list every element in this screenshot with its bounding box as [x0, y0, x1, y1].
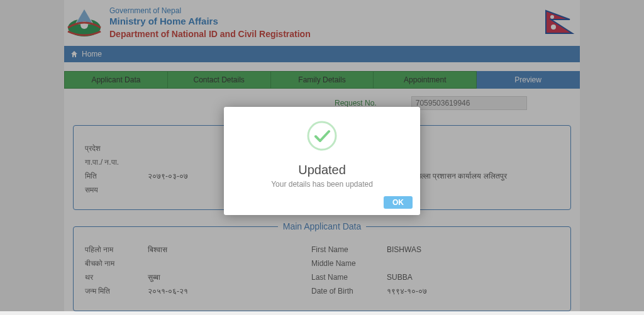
- ok-button[interactable]: OK: [384, 196, 413, 209]
- modal-title: Updated: [234, 163, 410, 177]
- page-root: Government of Nepal Ministry of Home Aff…: [0, 0, 644, 311]
- success-check-icon: [306, 119, 338, 152]
- modal-message: Your details has been updated: [234, 180, 410, 189]
- updated-modal: Updated Your details has been updated OK: [224, 107, 420, 215]
- svg-point-7: [308, 122, 336, 150]
